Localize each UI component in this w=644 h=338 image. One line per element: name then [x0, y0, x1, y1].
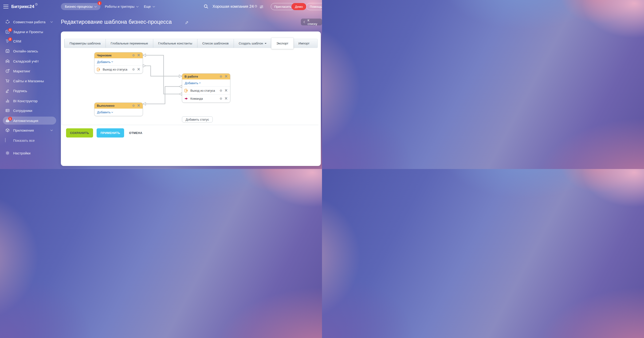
status-settings-icon[interactable]: ⚙ — [132, 104, 135, 107]
sidebar: Совместная работа 5 Задачи и Проекты 2 C… — [0, 13, 59, 169]
back-to-list-button[interactable]: К списку — [301, 18, 322, 26]
form-actions: СОХРАНИТЬ ПРИМЕНИТЬ ОТМЕНА — [66, 128, 144, 138]
crm-badge: 2 — [8, 37, 12, 41]
pen-icon — [5, 88, 10, 93]
clock-icon — [35, 3, 38, 9]
activity-row-exit-status[interactable]: Выход из статуса ⚙ × — [94, 65, 143, 73]
sidebar-item-inventory[interactable]: Складской учёт — [3, 57, 56, 65]
sidebar-item-settings[interactable]: Настройки — [3, 149, 56, 157]
tasks-badge: 5 — [8, 28, 12, 32]
sidebar-item-crm[interactable]: 2 CRM — [3, 37, 56, 45]
chevron-down-icon — [94, 5, 96, 7]
sidebar-item-tasks[interactable]: 5 Задачи и Проекты — [3, 28, 56, 36]
crm-icon: 2 — [5, 39, 10, 44]
status-delete-icon[interactable]: × — [137, 104, 140, 108]
pin-icon[interactable] — [185, 21, 189, 25]
chevron-down-icon — [199, 82, 201, 84]
tab-import[interactable]: Импорт — [293, 39, 314, 48]
chevron-down-icon — [5, 138, 10, 143]
nav-robots-triggers[interactable]: Роботы и триггеры — [105, 0, 138, 13]
gear-icon — [5, 151, 10, 155]
search-icon[interactable] — [204, 4, 208, 9]
sidebar-item-collaboration[interactable]: Совместная работа — [3, 18, 56, 26]
add-status-button[interactable]: Добавить статус — [182, 116, 213, 122]
nav-more[interactable]: Еще — [144, 0, 155, 13]
automation-badge: 1 — [8, 117, 12, 120]
status-delete-icon[interactable]: × — [137, 53, 140, 57]
filter-sliders-icon[interactable] — [260, 5, 264, 9]
chevron-down-icon — [112, 61, 113, 62]
sidebar-item-apps[interactable]: Приложения — [3, 126, 56, 134]
tab-template-parameters[interactable]: Параметры шаблона — [64, 39, 106, 48]
bar-chart-icon — [5, 98, 10, 103]
tab-global-constants[interactable]: Глобальные константы — [153, 39, 197, 48]
status-box-draft[interactable]: Черновик ⚙ × Добавить Выход из статуса ⚙… — [94, 52, 143, 74]
activity-row-exit-status[interactable]: Выход из статуса ⚙ × — [182, 86, 230, 94]
add-action-link[interactable]: Добавить — [97, 110, 113, 114]
chevron-down-icon — [50, 129, 53, 131]
status-box-done[interactable]: Выполнено ⚙ × Добавить — [94, 102, 143, 116]
chevron-down-icon — [136, 5, 139, 7]
nav-badge: 1 — [98, 1, 102, 5]
sidebar-item-show-all[interactable]: Показать все — [3, 136, 56, 144]
calendar-icon — [5, 49, 10, 53]
chevron-left-icon — [304, 21, 306, 23]
apply-button[interactable]: ПРИМЕНИТЬ — [96, 128, 124, 138]
add-action-link[interactable]: Добавить — [97, 60, 113, 64]
activity-settings-icon[interactable]: ⚙ — [132, 68, 135, 71]
cube-icon — [5, 128, 10, 132]
demo-button[interactable]: Демо — [292, 3, 306, 10]
warehouse-icon — [5, 59, 10, 64]
add-action-link[interactable]: Добавить — [185, 81, 200, 85]
template-tabs: Параметры шаблона Глобальные переменные … — [64, 39, 318, 48]
cart-icon — [5, 78, 10, 83]
logo-text: Битрикс24 — [11, 4, 34, 9]
company-name[interactable]: Хорошая компания 24 — [212, 0, 264, 13]
activity-delete-icon[interactable]: × — [137, 67, 140, 71]
activity-row-command[interactable]: Команда ⚙ × — [182, 94, 230, 102]
clock-icon — [254, 5, 257, 8]
activity-settings-icon[interactable]: ⚙ — [220, 89, 222, 92]
sidebar-item-online-booking[interactable]: Онлайн-запись — [3, 47, 56, 55]
nav-business-processes[interactable]: Бизнес-процессы 1 — [61, 3, 100, 10]
tab-export[interactable]: Экспорт — [271, 38, 294, 49]
activity-delete-icon[interactable]: × — [224, 96, 228, 100]
activity-settings-icon[interactable]: ⚙ — [220, 97, 222, 100]
canvas-divider — [63, 125, 318, 125]
page-title: Редактирование шаблона бизнес-процесса — [61, 19, 172, 25]
status-settings-icon[interactable]: ⚙ — [220, 75, 222, 78]
canvas-border — [62, 50, 62, 125]
invite-button[interactable]: Пригласить — [271, 3, 295, 10]
sidebar-item-sign[interactable]: Подпись — [3, 87, 56, 95]
chevron-down-icon — [112, 111, 113, 112]
sidebar-item-bi-builder[interactable]: BI Конструктор — [3, 97, 56, 105]
caret-down-icon — [265, 43, 266, 45]
topbar: Битрикс24 Бизнес-процессы 1 Роботы и три… — [0, 0, 322, 13]
status-header[interactable]: Черновик ⚙ × — [94, 52, 143, 58]
status-box-in-progress[interactable]: В работе ⚙ × Добавить Выход из статуса ⚙… — [182, 73, 230, 103]
exit-status-icon — [97, 68, 100, 71]
cancel-button[interactable]: ОТМЕНА — [128, 128, 144, 138]
marketing-icon — [5, 69, 10, 73]
status-settings-icon[interactable]: ⚙ — [132, 54, 135, 57]
chevron-down-icon — [50, 20, 53, 23]
activity-delete-icon[interactable]: × — [224, 88, 228, 92]
sidebar-item-employees[interactable]: Сотрудники — [3, 106, 56, 114]
app-logo[interactable]: Битрикс24 — [11, 4, 38, 9]
tab-template-list[interactable]: Список шаблонов — [197, 39, 234, 48]
menu-icon[interactable] — [3, 5, 8, 10]
help-button[interactable]: Помощь 6 — [306, 3, 322, 10]
id-card-icon — [5, 108, 10, 113]
sidebar-item-automation[interactable]: 1 Автоматизация — [3, 116, 56, 124]
sidebar-item-sites-stores[interactable]: Сайты и Магазины — [3, 77, 56, 85]
sidebar-item-marketing[interactable]: Маркетинг — [3, 67, 56, 75]
tab-global-variables[interactable]: Глобальные переменные — [106, 39, 153, 48]
status-delete-icon[interactable]: × — [224, 74, 228, 78]
status-header[interactable]: В работе ⚙ × — [182, 74, 230, 80]
tab-create-template[interactable]: Создать шаблон — [234, 39, 272, 48]
status-header[interactable]: Выполнено ⚙ × — [94, 103, 143, 108]
save-button[interactable]: СОХРАНИТЬ — [66, 128, 93, 138]
chevron-down-icon — [152, 5, 155, 7]
robot-icon: 1 — [5, 118, 10, 123]
exit-status-icon — [184, 89, 188, 92]
